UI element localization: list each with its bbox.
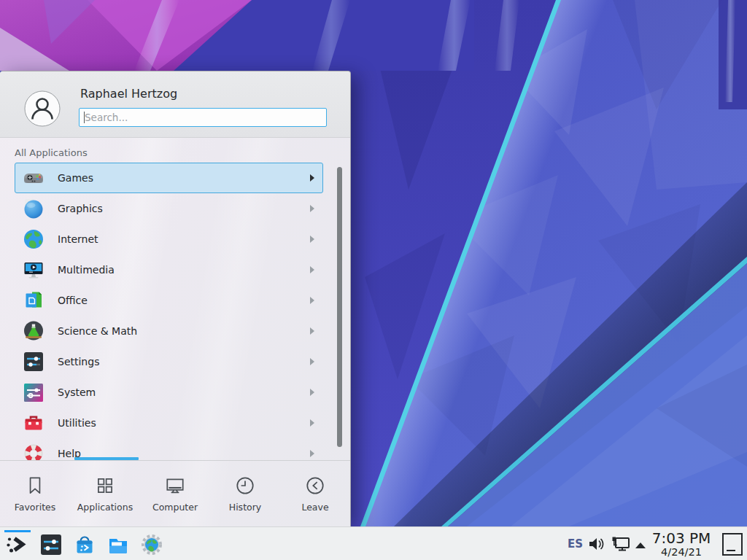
tab-applications[interactable]: Applications xyxy=(70,461,140,526)
category-row-system[interactable]: System xyxy=(15,377,323,408)
network-tray-item[interactable] xyxy=(611,536,629,552)
lifebuoy-icon xyxy=(22,442,45,460)
category-label: Settings xyxy=(58,356,99,368)
tab-label: Favorites xyxy=(15,502,55,513)
tab-history[interactable]: History xyxy=(210,461,280,526)
settings-sliders-icon xyxy=(39,533,63,556)
active-task-indicator xyxy=(4,530,31,532)
category-row-utilities[interactable]: Utilities xyxy=(15,408,323,438)
discover-bag-icon xyxy=(73,533,96,556)
caret-up-icon xyxy=(634,541,647,550)
discover-task[interactable] xyxy=(73,533,96,556)
speaker-icon xyxy=(588,536,605,552)
submenu-arrow-icon xyxy=(310,174,314,182)
submenu-arrow-icon xyxy=(310,389,314,396)
tab-leave[interactable]: Leave xyxy=(280,461,350,526)
category-row-games[interactable]: Games xyxy=(15,163,323,193)
desktop: Raphael Hertzog All Applications xyxy=(0,0,747,560)
category-row-graphics[interactable]: Graphics xyxy=(15,193,323,224)
text-caret xyxy=(84,112,85,123)
category-row-multimedia[interactable]: Multimedia xyxy=(15,254,323,285)
category-row-help[interactable]: Help xyxy=(15,438,323,460)
category-label: Games xyxy=(58,172,93,184)
globe-gear-icon xyxy=(140,533,163,556)
web-browser-task[interactable] xyxy=(140,533,163,556)
clock-time: 7:03 PM xyxy=(646,530,716,546)
category-label: Office xyxy=(58,295,88,306)
sliders-dark-icon xyxy=(22,350,45,373)
category-row-internet[interactable]: Internet xyxy=(15,224,323,254)
tab-computer[interactable]: Computer xyxy=(140,461,210,526)
clock-icon xyxy=(234,475,256,497)
system-settings-task[interactable] xyxy=(39,533,63,556)
category-list: Games Graphics xyxy=(0,163,350,460)
category-label: Utilities xyxy=(58,417,96,429)
clock-date: 4/24/21 xyxy=(646,546,716,558)
category-row-settings[interactable]: Settings xyxy=(15,346,323,377)
digital-clock[interactable]: 7:03 PM 4/24/21 xyxy=(646,530,716,558)
grid-icon xyxy=(94,475,116,497)
user-avatar[interactable] xyxy=(24,90,61,127)
keyboard-layout-indicator[interactable]: ES xyxy=(568,537,583,551)
toolbox-icon xyxy=(22,411,45,435)
user-name: Raphael Hertzog xyxy=(80,87,177,101)
file-manager-task[interactable] xyxy=(107,533,130,556)
submenu-arrow-icon xyxy=(310,205,314,212)
show-desktop-glyph xyxy=(727,550,735,551)
submenu-arrow-icon xyxy=(310,297,314,304)
taskbar-panel: ES 7:03 PM 4/24/21 xyxy=(0,526,747,560)
submenu-arrow-icon xyxy=(310,419,314,427)
tab-label: Leave xyxy=(301,502,328,513)
flask-icon xyxy=(22,319,45,343)
volume-tray-item[interactable] xyxy=(588,536,605,552)
submenu-arrow-icon xyxy=(310,236,314,243)
monitor-play-icon xyxy=(22,258,45,281)
sliders-color-icon xyxy=(22,381,45,404)
search-input[interactable] xyxy=(79,108,327,127)
tab-favorites[interactable]: Favorites xyxy=(0,461,70,526)
category-row-office[interactable]: Office xyxy=(15,285,323,316)
category-label: System xyxy=(58,386,96,398)
category-label: Graphics xyxy=(58,203,103,214)
leave-icon xyxy=(304,475,326,497)
bookmark-icon xyxy=(24,475,46,497)
application-launcher-button[interactable] xyxy=(4,532,31,557)
kicker-icon xyxy=(4,534,28,557)
launcher-header: Raphael Hertzog xyxy=(0,71,350,138)
computer-icon xyxy=(164,475,186,497)
section-label: All Applications xyxy=(15,147,88,158)
sphere-icon xyxy=(22,197,45,220)
category-row-science-math[interactable]: Science & Math xyxy=(15,316,323,346)
category-label: Internet xyxy=(58,233,98,245)
submenu-arrow-icon xyxy=(310,450,314,457)
search-field-wrap xyxy=(79,108,327,127)
tab-label: Applications xyxy=(77,502,133,513)
application-launcher-menu: Raphael Hertzog All Applications xyxy=(0,71,351,526)
documents-icon xyxy=(22,289,45,312)
launcher-tab-bar: Favorites Applications xyxy=(0,461,350,526)
gamepad-icon xyxy=(22,166,45,190)
tab-label: Computer xyxy=(152,502,198,513)
submenu-arrow-icon xyxy=(310,266,314,273)
active-tab-indicator xyxy=(74,457,139,460)
show-desktop-button[interactable] xyxy=(722,533,743,556)
globe-icon xyxy=(22,228,45,251)
category-label: Multimedia xyxy=(58,264,115,276)
network-icon xyxy=(611,536,630,552)
category-label: Science & Math xyxy=(58,325,137,337)
folder-icon xyxy=(107,533,130,556)
submenu-arrow-icon xyxy=(310,358,314,365)
list-scrollbar[interactable] xyxy=(337,167,342,447)
tab-label: History xyxy=(229,502,261,513)
submenu-arrow-icon xyxy=(310,327,314,335)
